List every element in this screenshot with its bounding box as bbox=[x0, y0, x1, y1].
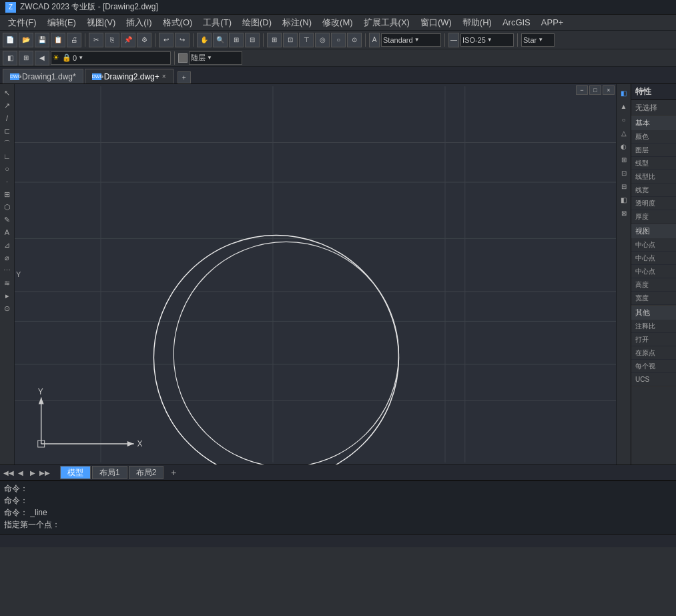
tb-paste[interactable]: 📌 bbox=[121, 33, 135, 47]
add-layout-button[interactable]: + bbox=[167, 467, 180, 479]
layer-dropdown[interactable]: ☀ 🔒 0 ▼ bbox=[51, 51, 171, 65]
canvas-controls: − □ × bbox=[575, 84, 616, 96]
linestyle-dropdown[interactable]: Star ▼ bbox=[521, 33, 555, 47]
ri-block[interactable]: ○ bbox=[618, 113, 630, 125]
lt-expand[interactable]: ▸ bbox=[1, 290, 13, 302]
tb-ortho[interactable]: ⊤ bbox=[299, 33, 314, 47]
ri-tool5[interactable]: ◧ bbox=[618, 194, 630, 206]
ri-tool3[interactable]: ⊡ bbox=[618, 167, 630, 179]
lt-snap-track[interactable]: ≋ bbox=[1, 277, 13, 289]
menu-insert[interactable]: 插入(I) bbox=[121, 15, 157, 30]
props-label-origin: 在原点 bbox=[635, 348, 672, 358]
ri-tool2[interactable]: ⊞ bbox=[618, 153, 630, 166]
tab-drawing1[interactable]: DWG Drawing1.dwg* bbox=[3, 69, 83, 83]
tb-undo[interactable]: ↩ bbox=[159, 33, 174, 47]
menu-modify[interactable]: 修改(M) bbox=[317, 15, 358, 30]
lt-more[interactable]: ⋯ bbox=[1, 264, 13, 276]
lt-text[interactable]: A bbox=[1, 226, 13, 238]
tb-print[interactable]: 🖨 bbox=[67, 33, 81, 47]
menu-view[interactable]: 视图(V) bbox=[81, 15, 121, 30]
sep8 bbox=[174, 51, 175, 65]
toolbar-2: ◧ ⊞ ◀ ☀ 🔒 0 ▼ 随层 ▼ bbox=[0, 49, 676, 67]
menu-tools[interactable]: 工具(T) bbox=[198, 15, 237, 30]
lt-edit[interactable]: ✎ bbox=[1, 214, 13, 226]
lt-line[interactable]: / bbox=[1, 112, 13, 124]
new-drawing-button[interactable]: + bbox=[178, 71, 191, 83]
lt-rectangle[interactable]: ∟ bbox=[1, 150, 13, 162]
tb-copy[interactable]: ⎘ bbox=[105, 33, 119, 47]
ri-tool1[interactable]: ◐ bbox=[618, 140, 630, 152]
tb-redo[interactable]: ↪ bbox=[175, 33, 190, 47]
lt-measure[interactable]: ⌀ bbox=[1, 252, 13, 264]
ri-properties[interactable]: ◧ bbox=[618, 87, 630, 99]
lt-select2[interactable]: ↗ bbox=[1, 99, 13, 111]
lt-select[interactable]: ↖ bbox=[1, 87, 13, 99]
tb-layer-prev[interactable]: ◀ bbox=[35, 51, 49, 65]
tab-close-button[interactable]: × bbox=[162, 73, 166, 80]
props-section-view-header[interactable]: 视图 bbox=[631, 224, 676, 238]
props-row-ltscale: 线型比 bbox=[631, 170, 676, 184]
canvas-area[interactable]: − □ × bbox=[15, 84, 616, 465]
tb-zoom-prev[interactable]: ⊟ bbox=[245, 33, 260, 47]
tb-matchprop[interactable]: ⚙ bbox=[137, 33, 151, 47]
tb-cut[interactable]: ✂ bbox=[89, 33, 103, 47]
tab-layout1[interactable]: 布局1 bbox=[92, 466, 127, 479]
tb-snap[interactable]: ⊡ bbox=[283, 33, 298, 47]
tb-osnap[interactable]: ○ bbox=[331, 33, 346, 47]
tb-open[interactable]: 📂 bbox=[19, 33, 33, 47]
tb-new[interactable]: 📄 bbox=[3, 33, 17, 47]
canvas-restore[interactable]: □ bbox=[589, 85, 601, 95]
tb-layer-state[interactable]: ◧ bbox=[3, 51, 17, 65]
tb-zoom-window[interactable]: ⊞ bbox=[229, 33, 244, 47]
tab-model[interactable]: 模型 bbox=[60, 466, 91, 479]
props-row-layer: 图层 bbox=[631, 143, 676, 157]
nav-next[interactable]: ▶ bbox=[27, 467, 38, 478]
menu-arcgis[interactable]: ArcGIS bbox=[497, 16, 536, 29]
nav-first[interactable]: ◀◀ bbox=[3, 467, 14, 478]
tb-save[interactable]: 💾 bbox=[35, 33, 49, 47]
lt-hatch[interactable]: ⊞ bbox=[1, 188, 13, 200]
tb-saveas[interactable]: 📋 bbox=[51, 33, 65, 47]
menu-window[interactable]: 窗口(W) bbox=[415, 15, 457, 30]
tb-grid[interactable]: ⊞ bbox=[267, 33, 282, 47]
menu-draw[interactable]: 绘图(D) bbox=[237, 15, 277, 30]
lt-polyline[interactable]: ⊏ bbox=[1, 125, 13, 137]
menu-edit[interactable]: 编辑(E) bbox=[42, 15, 81, 30]
props-section-other-header[interactable]: 其他 bbox=[631, 306, 676, 320]
lt-arc[interactable]: ⌒ bbox=[1, 137, 13, 149]
ri-tool4[interactable]: ⊟ bbox=[618, 180, 630, 192]
menu-help[interactable]: 帮助(H) bbox=[457, 15, 497, 30]
props-label-width: 宽度 bbox=[635, 294, 672, 303]
props-section-basic-header[interactable]: 基本 bbox=[631, 116, 676, 130]
linetype-dropdown[interactable]: ISO-25 ▼ bbox=[460, 33, 514, 47]
tb-3dosnap[interactable]: ⊙ bbox=[347, 33, 362, 47]
canvas-minimize[interactable]: − bbox=[576, 85, 588, 95]
main-area: ↖ ↗ / ⊏ ⌒ ∟ ○ · ⊞ ⬡ ✎ A ⊿ ⌀ ⋯ ≋ ▸ ⊙ − □ … bbox=[0, 84, 676, 465]
menu-ext-tools[interactable]: 扩展工具(X) bbox=[358, 15, 415, 30]
menu-app[interactable]: APP+ bbox=[536, 16, 569, 29]
tb-polar[interactable]: ◎ bbox=[315, 33, 330, 47]
tb-layer-manager[interactable]: ⊞ bbox=[19, 51, 33, 65]
canvas-close[interactable]: × bbox=[603, 85, 615, 95]
nav-prev[interactable]: ◀ bbox=[15, 467, 26, 478]
tab-drawing2[interactable]: DWG Drawing2.dwg+ × bbox=[85, 69, 174, 83]
color-dropdown[interactable]: 随层 ▼ bbox=[189, 51, 242, 65]
lt-circle[interactable]: ○ bbox=[1, 163, 13, 175]
drawing-canvas[interactable]: Y X bbox=[15, 84, 616, 465]
nav-last[interactable]: ▶▶ bbox=[39, 467, 50, 478]
lt-trim[interactable]: ⊿ bbox=[1, 239, 13, 251]
tb-pan[interactable]: ✋ bbox=[197, 33, 212, 47]
menu-format[interactable]: 格式(O) bbox=[157, 15, 198, 30]
menu-file[interactable]: 文件(F) bbox=[3, 15, 42, 30]
ri-layers[interactable]: ▲ bbox=[618, 100, 630, 112]
ri-design[interactable]: △ bbox=[618, 127, 630, 139]
command-area[interactable]: 命令： 命令： 命令： _line 指定第一个点： bbox=[0, 481, 676, 534]
lt-target[interactable]: ⊙ bbox=[1, 302, 13, 314]
text-style-dropdown[interactable]: Standard ▼ bbox=[381, 33, 441, 47]
tb-zoom[interactable]: 🔍 bbox=[213, 33, 228, 47]
tab-layout2[interactable]: 布局2 bbox=[129, 466, 164, 479]
lt-point[interactable]: · bbox=[1, 176, 13, 188]
ri-tool6[interactable]: ⊠ bbox=[618, 207, 630, 219]
lt-polygon[interactable]: ⬡ bbox=[1, 201, 13, 213]
menu-annotate[interactable]: 标注(N) bbox=[277, 15, 317, 30]
